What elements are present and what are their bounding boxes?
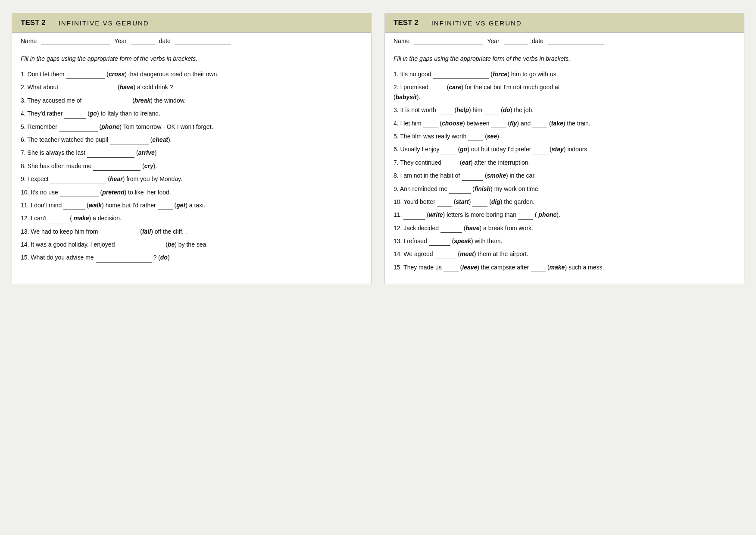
blank	[96, 252, 152, 262]
blank	[110, 135, 149, 144]
blank	[93, 161, 141, 171]
left-name-label: Name	[21, 38, 37, 44]
left-ex-9: 9. I expect (hear) from you by Monday.	[21, 174, 362, 184]
blank	[63, 200, 85, 210]
blank	[561, 82, 576, 92]
left-ex-4: 4. They'd rather (go) to Italy than to I…	[21, 108, 362, 118]
blank	[434, 249, 456, 259]
left-ex-15: 15. What do you advise me ? (do)	[21, 252, 362, 262]
right-ex-5: 5. The film was really worth (see).	[394, 131, 735, 141]
blank	[449, 184, 471, 194]
right-ex-3: 3. It is not worth (help) him (do) the j…	[394, 105, 735, 115]
right-ex-11: 11. (write) letters is more boring than …	[394, 210, 735, 219]
left-column: TEST 2 INFINITIVE VS GERUND Name Year da…	[12, 13, 372, 284]
left-date-label: date	[159, 38, 171, 44]
blank	[64, 108, 86, 118]
left-name-row: Name Year date	[12, 33, 371, 49]
blank	[59, 122, 98, 131]
blank	[533, 144, 548, 154]
right-instructions: Fill in the gaps using the appropriate f…	[385, 49, 744, 66]
blank	[158, 200, 173, 210]
left-ex-12: 12. I can't ( make) a decision.	[21, 213, 362, 223]
left-ex-8: 8. She has often made me (cry).	[21, 161, 362, 171]
blank	[441, 144, 456, 154]
blank	[430, 82, 445, 92]
right-name-row: Name Year date	[385, 33, 744, 49]
right-date-line	[548, 37, 604, 44]
blank	[60, 82, 116, 92]
right-ex-10: 10. You'd better (start) (dig) the garde…	[394, 197, 735, 206]
right-year-label: Year	[487, 38, 499, 44]
right-ex-2: 2. I promised (care) for the cat but I'm…	[394, 82, 735, 102]
right-name-line	[414, 37, 483, 44]
blank	[531, 262, 546, 272]
blank	[403, 210, 425, 219]
blank	[423, 118, 438, 128]
right-header: TEST 2 INFINITIVE VS GERUND	[385, 13, 744, 33]
right-ex-9: 9. Ann reminded me (finish) my work on t…	[394, 184, 735, 194]
right-name-label: Name	[394, 38, 409, 44]
left-ex-5: 5. Remember (phone) Tom tomorrow - OK I …	[21, 122, 362, 131]
left-title: TEST 2	[21, 19, 46, 27]
right-ex-14: 14. We agreed (meet) them at the airport…	[394, 249, 735, 259]
blank	[518, 210, 533, 219]
right-ex-13: 13. I refused (speak) with them.	[394, 236, 735, 246]
left-date-line	[175, 37, 231, 44]
blank	[472, 197, 487, 206]
left-ex-1: 1. Don't let them (cross) that dangerous…	[21, 69, 362, 79]
right-ex-12: 12. Jack decided (have) a break from wor…	[394, 223, 735, 233]
right-year-line	[504, 37, 528, 44]
blank	[491, 118, 506, 128]
right-subtitle: INFINITIVE VS GERUND	[431, 19, 522, 27]
blank	[443, 157, 458, 167]
left-ex-13: 13. We had to keep him from (fall) off t…	[21, 226, 362, 236]
right-ex-1: 1. It's no good (force) him to go with u…	[394, 69, 735, 79]
left-ex-7: 7. She is always the last (arrive)	[21, 147, 362, 157]
left-instructions: Fill in the gaps using the appropriate f…	[12, 49, 371, 66]
right-ex-15: 15. They made us (leave) the campsite af…	[394, 262, 735, 272]
left-ex-6: 6. The teacher watched the pupil (cheat)…	[21, 135, 362, 144]
blank	[444, 262, 459, 272]
left-exercises: 1. Don't let them (cross) that dangerous…	[12, 66, 371, 274]
blank	[48, 213, 70, 223]
blank	[60, 187, 99, 197]
left-year-label: Year	[114, 38, 126, 44]
left-ex-14: 14. It was a good holiday. I enjoyed (be…	[21, 239, 362, 249]
left-name-line	[41, 37, 110, 44]
blank	[532, 118, 547, 128]
left-year-line	[131, 37, 155, 44]
right-ex-4: 4. I let him (choose) between (fly) and …	[394, 118, 735, 128]
blank	[433, 69, 489, 79]
left-subtitle: INFINITIVE VS GERUND	[59, 19, 149, 27]
right-title: TEST 2	[394, 19, 419, 27]
right-ex-7: 7. They continued (eat) after the interr…	[394, 157, 735, 167]
blank	[100, 226, 138, 236]
blank	[440, 223, 462, 233]
right-column: TEST 2 INFINITIVE VS GERUND Name Year da…	[384, 13, 744, 284]
right-ex-6: 6. Usually I enjoy (go) out but today I'…	[394, 144, 735, 154]
blank	[437, 197, 452, 206]
blank	[83, 95, 131, 105]
blank	[484, 105, 499, 115]
blank	[468, 131, 483, 141]
left-header: TEST 2 INFINITIVE VS GERUND	[12, 13, 371, 33]
right-ex-8: 8. I am not in the habit of (smoke) in t…	[394, 170, 735, 180]
page-container: TEST 2 INFINITIVE VS GERUND Name Year da…	[12, 13, 744, 284]
blank	[66, 69, 105, 79]
blank	[87, 147, 134, 157]
left-ex-10: 10. It's no use (pretend) to like her fo…	[21, 187, 362, 197]
right-exercises: 1. It's no good (force) him to go with u…	[385, 66, 744, 284]
blank	[438, 105, 453, 115]
left-ex-3: 3. They accused me of (break) the window…	[21, 95, 362, 105]
right-date-label: date	[532, 38, 544, 44]
blank	[50, 174, 106, 184]
blank	[429, 236, 450, 246]
blank	[116, 239, 164, 249]
left-ex-11: 11. I don't mind (walk) home but I'd rat…	[21, 200, 362, 210]
blank	[462, 170, 483, 180]
left-ex-2: 2. What about (have) a cold drink ?	[21, 82, 362, 92]
